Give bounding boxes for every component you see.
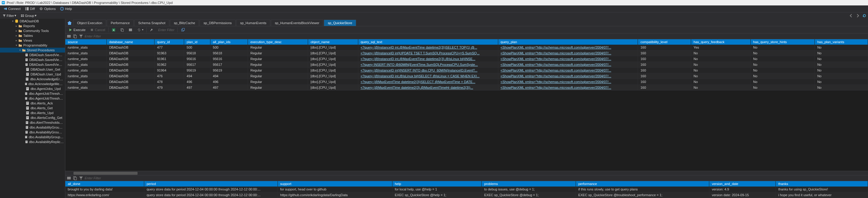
cell[interactable]: 494 [184,73,210,79]
cell[interactable]: DBADashDB [106,50,154,56]
cell[interactable]: 479 [154,85,184,90]
column-header[interactable]: query_sql_text [358,39,498,45]
cell[interactable]: No [751,50,815,56]
cell[interactable]: 494 [210,73,248,79]
cell[interactable]: No [815,73,868,79]
tree-node[interactable]: ▸Reports [0,24,65,28]
cell[interactable]: runtime_stats [65,45,106,50]
cell[interactable]: runtime_stats [65,79,106,85]
tree-node[interactable]: DBADash.SavedViews_Upd [0,62,65,67]
cell[interactable]: query store data for period 2024-12-04 0… [144,187,278,192]
cell[interactable]: 160 [638,45,691,50]
column-header[interactable]: thanks [776,181,868,187]
link-button[interactable]: ▾ [136,27,145,33]
cell[interactable]: 160 [638,50,691,56]
tab-sp-blitzcache[interactable]: sp_BlitzCache [170,19,199,26]
cell[interactable]: No [691,50,751,56]
tree-node[interactable]: dbo.AvailabilityGroupSummary [0,134,65,140]
column-header[interactable]: plan_id [184,39,210,45]
cell[interactable]: 497 [210,85,248,90]
cell[interactable]: version date: 2024-09-15 [709,192,776,198]
column-header[interactable]: compatibility_level [638,39,691,45]
tree-node[interactable]: ▸Community Tools [0,28,65,33]
cell[interactable]: <?query (@InstanceID int,@MaxEventTime d… [358,45,498,50]
cell[interactable]: 160 [638,73,691,79]
cell[interactable]: 95616 [210,56,248,62]
tree-toggle-icon[interactable]: ▾ [18,49,22,52]
column-header[interactable]: help [392,181,482,187]
table-row[interactable]: runtime_statsDBADashDB919649561995619Reg… [65,68,868,73]
cell[interactable]: No [691,85,751,90]
cell[interactable]: 95617 [210,62,248,68]
cell[interactable]: DBADashDB [106,56,154,62]
options-menu[interactable]: Options [37,6,57,11]
column-header[interactable]: has_plan_variants [815,39,868,45]
tree-node[interactable]: dbo.AgentJobs_Upd [0,86,65,91]
cell[interactable]: 500 [184,45,210,50]
column-header[interactable]: source [65,39,106,45]
cell[interactable]: Regular [248,56,308,62]
nav-fwd-button[interactable] [855,13,860,18]
cell[interactable]: 160 [638,68,691,73]
cell[interactable]: 95618 [184,50,210,56]
cell[interactable]: <ShowPlanXML xmlns="http://schemas.micro… [498,68,638,73]
table-row[interactable]: runtime_statsDBADashDB479497497Regular[d… [65,85,868,90]
cell[interactable]: https://www.erikdarling.com/ [65,192,144,198]
cell[interactable]: EXEC sp_QuickieStore @debug = 1; [482,192,576,198]
export-excel-button[interactable]: X [110,27,117,33]
cell[interactable]: [dbo].[CPU_Upd] [308,56,358,62]
cell[interactable]: No [691,56,751,62]
cell[interactable]: No [815,45,868,50]
column-header[interactable]: object_name [308,39,358,45]
tab-sp-dbpermissions[interactable]: sp_DBPermissions [199,19,236,26]
cell[interactable]: <?query (@MaxEventTime datetime2(3))SELE… [358,79,498,85]
cell[interactable]: https://github.com/erikdarlingdata/Darli… [278,192,392,198]
grid1-filter-button[interactable] [79,34,84,39]
column-header[interactable]: has_query_feedback [691,39,751,45]
cell[interactable]: <?query (@MaxEventTime datetime2(3),@Max… [358,85,498,90]
cell[interactable]: Yes [691,45,751,50]
cell[interactable]: runtime_stats [65,62,106,68]
tree-node[interactable]: dbo.Alerts_Get [0,106,65,111]
cell[interactable]: Regular [248,79,308,85]
grid2-menu-button[interactable] [66,176,71,181]
cell[interactable]: Regular [248,50,308,56]
grid2-filter-button[interactable] [79,176,84,181]
tree-node[interactable]: dbo.AvailabilityGroups_Upd [0,130,65,134]
cell[interactable]: No [751,68,815,73]
connect-menu[interactable]: Connect [1,6,22,11]
tree-node[interactable]: dbo.Alerts_Ack [0,101,65,106]
cell[interactable]: if this runs slowly, use to get query pl… [576,187,709,192]
cell[interactable]: No [751,62,815,68]
cell[interactable]: runtime_stats [65,85,106,90]
tree-node[interactable]: dbo.AgentJobThresholds_Get [0,91,65,96]
tree-toggle-icon[interactable]: ▸ [14,29,18,32]
cell[interactable]: 91964 [154,68,184,73]
grid1-copy-button[interactable] [72,34,78,39]
tree-node[interactable]: DBADash.User_Get [0,67,65,72]
column-header[interactable]: version_and_date [709,181,776,187]
tab-sp-quickiestore[interactable]: sp_QuickieStore [324,19,356,26]
table-row[interactable]: runtime_statsDBADashDB476494494Regular[d… [65,73,868,79]
column-header[interactable]: all_plan_ids [210,39,248,45]
cell[interactable]: [dbo].[CPU_Upd] [308,68,358,73]
tree-node[interactable]: dbo.AcknowledgeErrors [0,77,65,81]
cell[interactable]: No [815,50,868,56]
table-row[interactable]: https://www.erikdarling.com/query store … [65,192,868,198]
column-header[interactable]: execution_type_desc [248,39,308,45]
cell[interactable]: 497 [184,85,210,90]
tree-toggle-icon[interactable]: ▾ [14,44,18,47]
column-header[interactable]: problems [482,181,576,187]
tree-node[interactable]: dbo.Alerts_Upd [0,111,65,115]
grid1-hscroll[interactable] [65,171,868,175]
cell[interactable]: 476 [154,73,184,79]
cell[interactable]: <?query (@InstanceID int)INSERT INTO dbo… [358,68,498,73]
table-row[interactable]: runtime_statsDBADashDB919629561795617Reg… [65,62,868,68]
cell[interactable]: thanks for using sp_QuickieStore! [776,187,868,192]
tab-sp-humanevents[interactable]: sp_HumanEvents [236,19,270,26]
columns-button[interactable] [127,27,134,33]
tree-node[interactable]: dbo.AvailabilityGroup_Get [0,125,65,130]
tree-node[interactable]: dbo.AgentJobThresholds_Upd [0,96,65,101]
results-grid-1[interactable]: sourcedatabase_namequery_idplan_idall_pl… [65,39,868,171]
cell[interactable]: 160 [638,85,691,90]
